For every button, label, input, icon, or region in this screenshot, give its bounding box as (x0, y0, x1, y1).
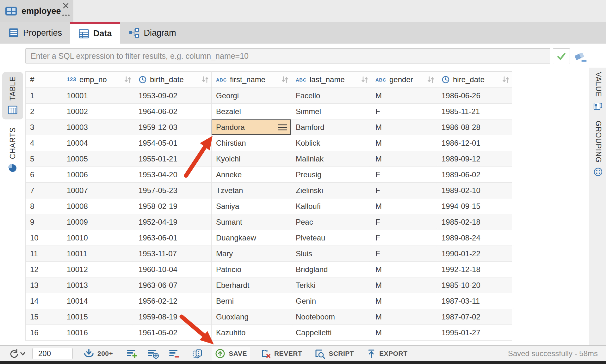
data-cell[interactable]: Tzvetan (212, 183, 291, 198)
save-button[interactable]: SAVE (212, 347, 250, 361)
data-cell[interactable]: F (371, 183, 437, 198)
data-cell[interactable]: Kalloufi (291, 198, 371, 214)
column-header-gender[interactable]: ABCgender (371, 71, 437, 88)
data-cell[interactable]: Facello (291, 88, 371, 104)
tab-diagram[interactable]: Diagram (120, 22, 184, 44)
data-cell[interactable]: 1990-01-22 (437, 246, 512, 262)
data-cell[interactable]: 1992-12-18 (437, 262, 512, 277)
row-number-cell[interactable]: 7 (25, 183, 62, 198)
data-cell[interactable]: Saniya (212, 198, 291, 214)
data-cell[interactable]: 1986-06-26 (437, 88, 512, 104)
data-cell[interactable]: 1963-06-07 (134, 277, 212, 293)
data-cell[interactable]: Peac (291, 214, 371, 230)
data-cell[interactable]: 1953-04-20 (134, 167, 212, 183)
sort-icon[interactable] (502, 76, 510, 83)
data-cell[interactable]: Mary (212, 246, 291, 262)
data-cell[interactable]: 1986-08-28 (437, 119, 512, 135)
data-cell[interactable]: 1985-10-20 (437, 277, 512, 293)
data-cell[interactable]: Berni (212, 293, 291, 309)
data-cell[interactable]: Duangkaew (212, 230, 291, 246)
column-header-last_name[interactable]: ABClast_name (291, 71, 371, 88)
data-cell[interactable]: Preusig (291, 167, 371, 183)
data-cell[interactable]: Sumant (212, 214, 291, 230)
fetch-more-button[interactable]: 200+ (83, 348, 113, 359)
column-header-birth_date[interactable]: birth_date (134, 71, 212, 88)
data-cell[interactable]: Bezalel (212, 104, 291, 119)
apply-filter-button[interactable] (553, 48, 570, 64)
fetch-size-input[interactable] (32, 348, 73, 359)
sort-icon[interactable] (427, 76, 435, 83)
data-cell[interactable]: 10003 (62, 119, 134, 135)
data-cell[interactable]: 1987-07-02 (437, 309, 512, 325)
rail-tab-value[interactable]: VALUE (592, 72, 604, 119)
row-number-cell[interactable]: 8 (25, 198, 62, 214)
data-cell[interactable]: Chirstian (212, 135, 291, 151)
rail-tab-charts[interactable]: CHARTS (2, 123, 23, 177)
data-cell[interactable]: Terkki (291, 277, 371, 293)
data-cell[interactable]: 10014 (62, 293, 134, 309)
data-cell[interactable]: M (371, 293, 437, 309)
sort-icon[interactable] (124, 76, 132, 83)
data-cell[interactable]: 1985-02-18 (437, 214, 512, 230)
data-cell[interactable]: 1954-05-01 (134, 135, 212, 151)
data-cell[interactable]: 1955-01-21 (134, 151, 212, 167)
data-cell[interactable]: M (371, 262, 437, 277)
data-cell[interactable]: Georgi (212, 88, 291, 104)
rail-tab-grouping[interactable]: GROUPING (592, 121, 604, 204)
row-number-cell[interactable]: 3 (25, 119, 62, 135)
data-cell[interactable]: 10004 (62, 135, 134, 151)
data-cell[interactable]: 1960-10-04 (134, 262, 212, 277)
row-number-cell[interactable]: 12 (25, 262, 62, 277)
data-cell[interactable]: M (371, 151, 437, 167)
data-cell[interactable]: 10007 (62, 183, 134, 198)
data-cell[interactable]: Zielinski (291, 183, 371, 198)
sort-icon[interactable] (281, 76, 289, 83)
data-cell[interactable]: 10002 (62, 104, 134, 119)
data-cell[interactable]: Bamford (291, 119, 371, 135)
data-cell[interactable]: Patricio (212, 262, 291, 277)
row-number-cell[interactable]: 11 (25, 246, 62, 262)
clear-filter-button[interactable] (573, 49, 588, 63)
data-cell[interactable]: M (371, 309, 437, 325)
data-cell[interactable]: 1963-06-01 (134, 230, 212, 246)
tab-properties[interactable]: Properties (0, 22, 70, 44)
data-cell[interactable]: 10016 (62, 325, 134, 341)
row-number-cell[interactable]: 6 (25, 167, 62, 183)
data-cell[interactable]: M (371, 277, 437, 293)
data-cell[interactable]: M (371, 135, 437, 151)
data-cell[interactable]: Kazuhito (212, 325, 291, 341)
data-cell[interactable]: F (371, 167, 437, 183)
tab-data[interactable]: Data (70, 22, 120, 44)
data-cell[interactable]: Simmel (291, 104, 371, 119)
row-number-cell[interactable]: 14 (25, 293, 62, 309)
selected-cell[interactable]: Pandora (212, 119, 291, 135)
data-cell[interactable]: 10011 (62, 246, 134, 262)
data-cell[interactable]: Sluis (291, 246, 371, 262)
data-cell[interactable]: Cappelletti (291, 325, 371, 341)
data-cell[interactable]: 10001 (62, 88, 134, 104)
row-number-cell[interactable]: 4 (25, 135, 62, 151)
data-cell[interactable]: 1956-02-12 (134, 293, 212, 309)
data-cell[interactable]: Genin (291, 293, 371, 309)
data-cell[interactable]: F (371, 104, 437, 119)
sql-filter-input[interactable] (25, 48, 550, 64)
close-icon[interactable] (62, 2, 70, 11)
script-button[interactable]: SCRIPT (313, 348, 354, 359)
data-cell[interactable]: Maliniak (291, 151, 371, 167)
data-cell[interactable]: M (371, 325, 437, 341)
data-cell[interactable]: 1994-09-15 (437, 198, 512, 214)
data-cell[interactable]: 1964-06-02 (134, 104, 212, 119)
data-cell[interactable]: 10010 (62, 230, 134, 246)
row-number-cell[interactable]: 2 (25, 104, 62, 119)
data-cell[interactable]: 1995-01-27 (437, 325, 512, 341)
data-cell[interactable]: 1989-06-02 (437, 167, 512, 183)
duplicate-row-button[interactable] (147, 349, 159, 359)
data-cell[interactable]: Guoxiang (212, 309, 291, 325)
data-cell[interactable]: Bridgland (291, 262, 371, 277)
data-cell[interactable]: 10013 (62, 277, 134, 293)
data-cell[interactable]: 1989-08-24 (437, 230, 512, 246)
row-number-cell[interactable]: 9 (25, 214, 62, 230)
add-row-button[interactable] (126, 349, 138, 359)
data-cell[interactable]: 1987-03-11 (437, 293, 512, 309)
data-cell[interactable]: Piveteau (291, 230, 371, 246)
